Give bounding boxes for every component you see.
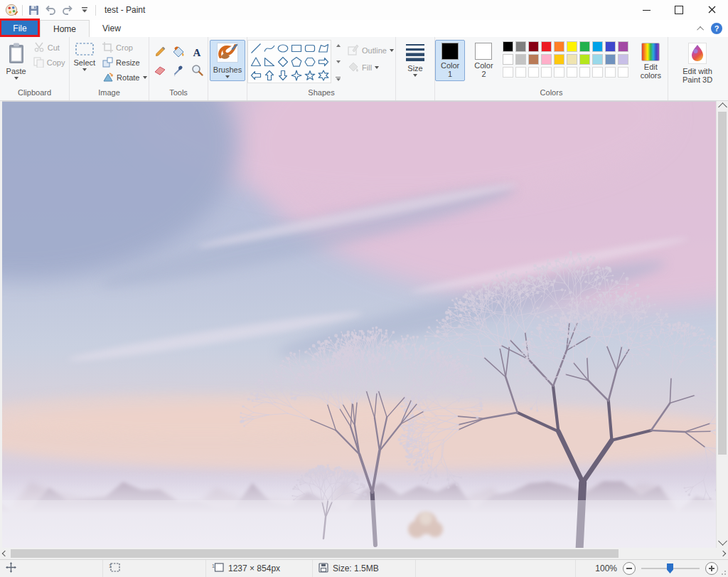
vertical-scrollbar[interactable]	[716, 101, 728, 548]
scroll-left-icon[interactable]	[2, 551, 8, 556]
eraser-tool[interactable]	[151, 61, 169, 79]
shape-polygon[interactable]	[316, 41, 330, 55]
palette-swatch-99d9ea[interactable]	[592, 54, 603, 65]
palette-swatch-empty[interactable]	[579, 67, 590, 78]
zoom-slider[interactable]	[641, 568, 700, 569]
palette-swatch-22b14c[interactable]	[579, 41, 590, 52]
help-icon[interactable]: ?	[711, 23, 722, 34]
palette-swatch-empty[interactable]	[567, 67, 577, 78]
shape-right-arrow[interactable]	[316, 55, 330, 68]
vertical-scrollbar-thumb[interactable]	[718, 112, 727, 455]
palette-swatch-3f48cc[interactable]	[605, 41, 616, 52]
shape-hexagon[interactable]	[303, 55, 316, 68]
palette-swatch-a349a4[interactable]	[618, 41, 628, 52]
shape-left-arrow[interactable]	[249, 68, 262, 82]
palette-swatch-ffc90e[interactable]	[554, 54, 564, 65]
palette-swatch-7f7f7f[interactable]	[515, 41, 526, 52]
outline-button[interactable]: Outline	[348, 44, 394, 57]
shape-right-triangle[interactable]	[262, 55, 276, 68]
scroll-right-icon[interactable]	[720, 551, 726, 556]
undo-button[interactable]	[44, 4, 57, 16]
color2-button[interactable]: Color 2	[469, 40, 498, 81]
pencil-tool[interactable]	[151, 43, 169, 60]
copy-button[interactable]: Copy	[32, 56, 67, 69]
tab-home[interactable]: Home	[40, 20, 90, 37]
redo-button[interactable]	[61, 4, 74, 16]
palette-swatch-880015[interactable]	[528, 41, 539, 52]
palette-swatch-efe4b0[interactable]	[567, 54, 577, 65]
minimize-icon	[643, 10, 651, 11]
zoom-in-button[interactable]	[705, 562, 718, 575]
fill-with-color-tool[interactable]	[170, 43, 188, 60]
edit-colors-button[interactable]: Edit colors	[634, 40, 668, 83]
palette-swatch-empty[interactable]	[605, 67, 616, 78]
size-button[interactable]: Size	[402, 40, 429, 80]
palette-swatch-empty[interactable]	[528, 67, 539, 78]
save-button[interactable]	[27, 4, 40, 16]
maximize-button[interactable]	[663, 0, 695, 20]
shape-four-point-star[interactable]	[289, 68, 303, 82]
edit-with-paint3d-button[interactable]: Edit with Paint 3D	[673, 40, 722, 87]
palette-swatch-empty[interactable]	[541, 67, 552, 78]
palette-swatch-empty[interactable]	[554, 67, 564, 78]
shape-rounded-rectangle[interactable]	[303, 41, 316, 55]
palette-swatch-ffaec9[interactable]	[541, 54, 552, 65]
rotate-button[interactable]: Rotate	[101, 71, 148, 84]
palette-swatch-empty[interactable]	[503, 67, 513, 78]
ribbon-options: ?	[699, 23, 722, 34]
palette-swatch-000000[interactable]	[503, 41, 513, 52]
color1-button[interactable]: Color 1	[435, 40, 465, 81]
resize-button[interactable]: Resize	[101, 56, 148, 69]
palette-swatch-ffffff[interactable]	[503, 54, 513, 65]
shape-line[interactable]	[249, 41, 262, 55]
shape-pentagon[interactable]	[289, 55, 303, 68]
customize-quick-access-button[interactable]	[78, 4, 91, 16]
shape-diamond[interactable]	[276, 55, 289, 68]
scroll-up-icon[interactable]	[718, 102, 727, 112]
shape-six-point-star[interactable]	[316, 68, 330, 82]
cut-button[interactable]: Cut	[32, 41, 67, 54]
shapes-scroll-up-icon[interactable]	[334, 41, 342, 49]
palette-swatch-b97a57[interactable]	[528, 54, 539, 65]
palette-swatch-b5e61d[interactable]	[579, 54, 590, 65]
palette-swatch-c8bfe7[interactable]	[618, 54, 628, 65]
palette-swatch-empty[interactable]	[592, 67, 603, 78]
palette-swatch-7092be[interactable]	[605, 54, 616, 65]
shape-ellipse[interactable]	[276, 41, 289, 55]
palette-swatch-ff7f27[interactable]	[554, 41, 564, 52]
shape-up-arrow[interactable]	[262, 68, 276, 82]
zoom-out-button[interactable]	[623, 562, 636, 575]
shape-curve[interactable]	[262, 41, 276, 55]
tab-file[interactable]: File	[0, 20, 40, 37]
brushes-button[interactable]: Brushes	[210, 40, 245, 81]
palette-swatch-00a2e8[interactable]	[592, 41, 603, 52]
minimize-button[interactable]	[630, 0, 663, 20]
resize-grip[interactable]	[721, 570, 727, 576]
shape-triangle[interactable]	[249, 55, 262, 68]
tab-view[interactable]: View	[90, 20, 134, 37]
horizontal-scrollbar[interactable]	[0, 548, 728, 559]
palette-swatch-empty[interactable]	[618, 67, 628, 78]
crop-button[interactable]: Crop	[101, 41, 148, 54]
horizontal-scrollbar-thumb[interactable]	[11, 549, 619, 558]
canvas[interactable]	[2, 101, 716, 549]
shape-down-arrow[interactable]	[276, 68, 289, 82]
shapes-more-icon[interactable]	[334, 75, 342, 83]
palette-swatch-ed1c24[interactable]	[541, 41, 552, 52]
palette-swatch-empty[interactable]	[515, 67, 526, 78]
scroll-down-icon[interactable]	[718, 536, 727, 546]
color-picker-tool[interactable]	[170, 61, 188, 79]
shape-rectangle[interactable]	[289, 41, 303, 55]
palette-swatch-c3c3c3[interactable]	[515, 54, 526, 65]
magnifier-tool[interactable]	[188, 61, 206, 79]
zoom-slider-thumb[interactable]	[667, 563, 673, 573]
text-tool[interactable]: A	[188, 43, 206, 60]
palette-swatch-fff200[interactable]	[567, 41, 577, 52]
select-button[interactable]: Select	[70, 40, 100, 74]
image-dimensions: 1237 × 854px	[228, 563, 280, 573]
close-button[interactable]	[695, 0, 728, 20]
paste-button[interactable]: Paste	[3, 40, 30, 83]
shape-five-point-star[interactable]	[303, 68, 316, 82]
fill-button[interactable]: Fill	[348, 61, 394, 74]
shapes-scroll-down-icon[interactable]	[334, 58, 342, 66]
